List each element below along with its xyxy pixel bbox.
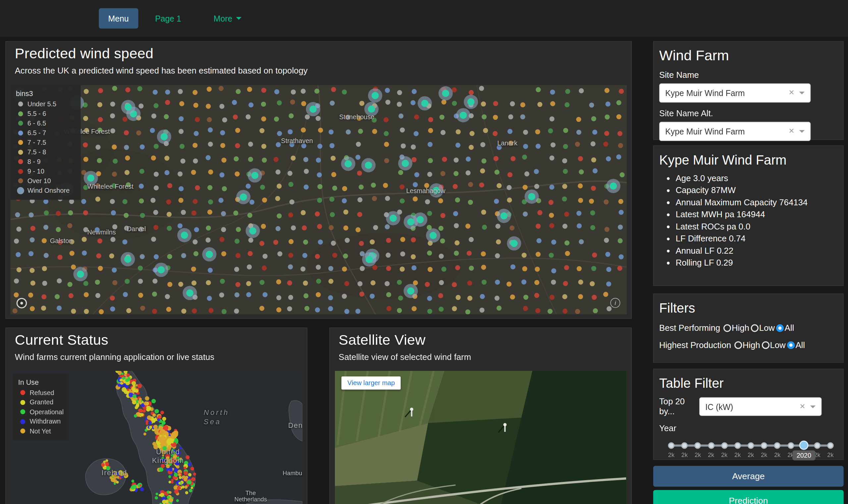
legend-item-label: 6 - 6.5 xyxy=(28,120,46,127)
slider-dot xyxy=(788,443,794,449)
map-label-lanark: Lanark xyxy=(497,139,517,147)
clear-icon[interactable]: × xyxy=(789,88,794,97)
legend-color-dot xyxy=(20,400,25,405)
slider-dot xyxy=(668,443,675,449)
legend-item[interactable]: 9 - 10 xyxy=(15,166,77,176)
top20-dropdown[interactable]: IC (kW) × xyxy=(699,397,822,416)
table-filter-card: Table Filter Top 20 by... IC (kW) × Year… xyxy=(653,368,844,460)
legend-item[interactable]: Refused xyxy=(17,388,65,397)
nav-dropdown-more[interactable]: More xyxy=(214,14,242,23)
radio-option-low[interactable]: Low xyxy=(762,340,786,350)
map-label-whitelee-forest: Whitelee Forest xyxy=(87,183,133,191)
slider-handle[interactable] xyxy=(799,441,808,450)
mapbox-logo[interactable] xyxy=(17,298,27,308)
slider-dot xyxy=(814,443,820,449)
satellite-subtitle: Satellite view of selected wind farm xyxy=(338,352,471,362)
legend-item[interactable]: 6.5 - 7 xyxy=(15,128,77,138)
site-name-alt-dropdown[interactable]: Kype Muir Wind Farm × xyxy=(659,122,811,141)
radio-option-high[interactable]: High xyxy=(735,340,760,350)
site-name-dropdown[interactable]: Kype Muir Wind Farm × xyxy=(659,84,811,103)
radio-option-all[interactable]: All xyxy=(788,340,805,350)
map-label-north-sea: North Sea xyxy=(204,408,230,427)
slider-dot xyxy=(721,443,728,449)
slider-tick-label: 2k xyxy=(695,452,701,458)
radio-option-low[interactable]: Low xyxy=(751,323,775,333)
current-status-map[interactable]: North Sea Denmark Ireland United Kingdom… xyxy=(10,371,302,504)
radio-circle xyxy=(776,324,784,332)
average-button[interactable]: Average xyxy=(653,466,844,487)
map-info-icon[interactable]: i xyxy=(611,298,620,308)
more-label: More xyxy=(214,14,232,23)
radio-option-all[interactable]: All xyxy=(776,323,794,333)
legend-item[interactable]: Under 5.5 xyxy=(15,100,77,109)
chevron-down-icon xyxy=(236,17,242,20)
radio-option-high[interactable]: High xyxy=(723,323,749,333)
year-slider[interactable]: 2k2k2k2k2k2k2k2k2k2k2k2k2k2020 xyxy=(671,440,830,468)
legend-item[interactable]: 8 - 9 xyxy=(15,157,77,166)
chevron-down-icon[interactable] xyxy=(799,130,805,133)
wind-farm-info-card: Kype Muir Wind Farm Age 3.0 yearsCapacit… xyxy=(653,145,844,286)
radio-option-label: All xyxy=(785,323,794,333)
legend-item[interactable]: Over 10 xyxy=(15,176,77,186)
radio-option-label: Low xyxy=(759,323,775,333)
chevron-down-icon[interactable] xyxy=(799,92,805,94)
legend-item-label: Granted xyxy=(30,398,53,406)
navbar: Menu Page 1 More xyxy=(0,0,848,37)
current-status-title: Current Status xyxy=(15,331,108,348)
legend-item[interactable]: 7.5 - 8 xyxy=(15,147,77,157)
radio-option-label: All xyxy=(795,340,805,350)
nav-link-page1[interactable]: Page 1 xyxy=(155,14,181,23)
legend-item[interactable]: 5.5 - 6 xyxy=(15,109,77,119)
slider-tick-label: 2k xyxy=(708,452,714,458)
radio-circle xyxy=(762,341,770,349)
legend-item[interactable]: Not Yet xyxy=(17,426,65,436)
slider-dot xyxy=(748,443,754,449)
slider-tick-label: 2k xyxy=(682,452,688,458)
legend-item-label: Wind Onshore xyxy=(28,187,70,194)
chevron-down-icon[interactable] xyxy=(810,405,816,408)
legend-color-dot xyxy=(20,419,25,424)
slider-dot xyxy=(682,443,688,449)
radio-option-label: High xyxy=(743,340,760,350)
current-status-legend: In Use RefusedGrantedOperationalWithdraw… xyxy=(13,374,69,440)
top20-label: Top 20 by... xyxy=(659,397,699,417)
prediction-button[interactable]: Prediction xyxy=(653,490,844,504)
radio-group: Highest ProductionHighLowAll xyxy=(659,340,838,350)
legend-item-label: Refused xyxy=(30,389,54,396)
filter-groups: Best PerformingHighLowAllHighest Product… xyxy=(659,323,838,350)
legend-item[interactable]: Withdrawn xyxy=(17,417,65,426)
legend-item[interactable]: 6 - 6.5 xyxy=(15,119,77,128)
slider-tick-label: 2k xyxy=(774,452,780,458)
legend-item-label: 6.5 - 7 xyxy=(28,129,46,137)
filters-card: Filters Best PerformingHighLowAllHighest… xyxy=(653,293,844,363)
menu-button[interactable]: Menu xyxy=(99,8,138,29)
site-name-alt-value: Kype Muir Wind Farm xyxy=(665,127,787,136)
top20-value: IC (kW) xyxy=(705,402,797,411)
legend-item[interactable]: Operational xyxy=(17,407,65,417)
wind-farm-stats-list: Age 3.0 yearsCapacity 87MWAnnual Maximum… xyxy=(659,172,838,269)
stat-item: Latest MWH pa 164944 xyxy=(676,209,838,220)
slider-dot xyxy=(761,443,767,449)
legend-item[interactable]: Granted xyxy=(17,397,65,407)
map-label-galston: Galston xyxy=(50,237,73,245)
legend-item-label: 5.5 - 6 xyxy=(28,110,46,118)
site-name-label: Site Name xyxy=(659,70,838,80)
slider-tick-label: 2k xyxy=(827,452,833,458)
legend-item-label: 9 - 10 xyxy=(28,167,45,175)
legend-item[interactable]: Wind Onshore xyxy=(15,186,77,195)
clear-icon[interactable]: × xyxy=(800,401,805,411)
legend-item-label: Not Yet xyxy=(30,427,51,435)
map-label-ireland: Ireland xyxy=(102,469,127,478)
legend-item[interactable]: 7 - 7.5 xyxy=(15,138,77,147)
map-label-newmilns: Newmilns xyxy=(87,228,116,236)
satellite-map[interactable]: View larger map xyxy=(335,371,626,504)
radio-option-label: High xyxy=(732,323,749,333)
wind-speed-map[interactable]: Whitelee Forest Stonehouse Strathaven La… xyxy=(10,85,627,314)
wind-speed-legend: bins3 Under 5.55.5 - 66 - 6.56.5 - 77 - … xyxy=(10,85,81,200)
sidebar-heading: Wind Farm xyxy=(659,47,838,64)
clear-icon[interactable]: × xyxy=(789,126,794,136)
site-name-alt-label: Site Name Alt. xyxy=(659,109,838,119)
view-larger-map-button[interactable]: View larger map xyxy=(341,377,401,390)
wind-farm-info-title: Kype Muir Wind Farm xyxy=(659,152,838,168)
legend-item-label: Withdrawn xyxy=(30,418,60,425)
